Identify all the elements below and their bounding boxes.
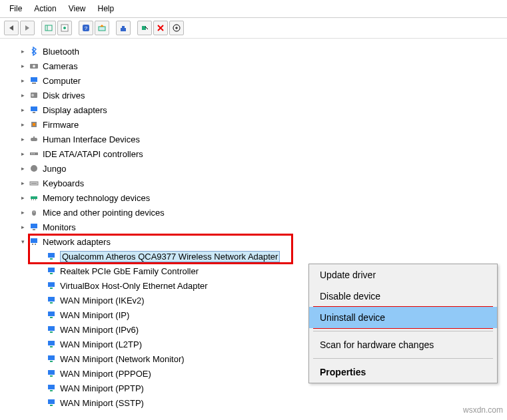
tree-item[interactable]: ▸Disk drives bbox=[0, 88, 504, 103]
svg-point-16 bbox=[31, 94, 34, 97]
adapter-icon bbox=[45, 309, 57, 321]
tree-item[interactable]: ▸Mice and other pointing devices bbox=[0, 205, 504, 220]
firmware-icon bbox=[28, 118, 40, 130]
tree-item[interactable]: ▸IDE ATA/ATAPI controllers bbox=[0, 146, 504, 161]
tree-item[interactable]: ▸Bluetooth bbox=[0, 44, 504, 59]
tree-item[interactable]: ▸Monitors bbox=[0, 220, 504, 234]
back-icon[interactable] bbox=[4, 21, 19, 35]
tree-item[interactable]: ▸Display adapters bbox=[0, 103, 504, 117]
forward-icon[interactable] bbox=[20, 21, 35, 35]
svg-rect-57 bbox=[48, 370, 55, 375]
help-icon[interactable]: ? bbox=[79, 21, 93, 35]
adapter-icon bbox=[45, 338, 57, 350]
adapter-icon bbox=[45, 323, 57, 335]
svg-rect-60 bbox=[50, 390, 53, 391]
svg-point-12 bbox=[33, 65, 35, 68]
tree-item[interactable]: ▸Firmware bbox=[0, 117, 504, 132]
svg-rect-50 bbox=[50, 317, 53, 318]
tree-item[interactable]: ▸Cameras bbox=[0, 59, 504, 73]
ctx-update-driver[interactable]: Update driver bbox=[309, 264, 497, 286]
ctx-properties[interactable]: Properties bbox=[309, 361, 497, 383]
svg-rect-59 bbox=[48, 385, 55, 389]
svg-rect-32 bbox=[33, 199, 34, 200]
svg-rect-53 bbox=[48, 341, 55, 345]
menubar: File Action View Help bbox=[0, 0, 507, 18]
svg-rect-33 bbox=[35, 199, 36, 200]
svg-rect-37 bbox=[33, 229, 35, 230]
enable-icon[interactable] bbox=[169, 21, 184, 35]
ctx-scan-hardware[interactable]: Scan for hardware changes bbox=[309, 334, 497, 355]
update-driver-icon[interactable] bbox=[116, 21, 131, 35]
tree-item-qualcomm[interactable]: Qualcomm Atheros QCA9377 Wireless Networ… bbox=[0, 249, 504, 264]
adapter-icon bbox=[45, 280, 57, 292]
ctx-separator bbox=[313, 358, 493, 359]
adapter-icon bbox=[45, 265, 57, 277]
svg-rect-26 bbox=[34, 153, 35, 154]
svg-rect-22 bbox=[33, 136, 35, 138]
disk-icon bbox=[28, 89, 40, 101]
properties-icon[interactable] bbox=[57, 21, 72, 35]
tree-item-network-adapters[interactable]: ▾Network adapters bbox=[0, 234, 504, 249]
network-icon bbox=[28, 236, 40, 248]
tree-item[interactable]: ▸Jungo bbox=[0, 161, 504, 176]
svg-rect-24 bbox=[31, 153, 32, 154]
svg-rect-41 bbox=[48, 253, 55, 258]
svg-rect-36 bbox=[31, 224, 37, 228]
svg-text:?: ? bbox=[85, 25, 88, 31]
adapter-icon bbox=[45, 250, 57, 262]
adapter-icon bbox=[45, 294, 57, 306]
menu-help[interactable]: Help bbox=[93, 3, 120, 15]
monitor-icon bbox=[28, 221, 40, 233]
svg-rect-54 bbox=[50, 346, 53, 347]
context-menu: Update driver Disable device Uninstall d… bbox=[308, 264, 498, 383]
svg-rect-43 bbox=[48, 268, 55, 272]
svg-rect-42 bbox=[50, 258, 53, 260]
menu-file[interactable]: File bbox=[4, 3, 27, 15]
svg-rect-31 bbox=[31, 199, 32, 200]
mouse-icon bbox=[28, 206, 40, 218]
memory-icon bbox=[28, 192, 40, 204]
svg-rect-61 bbox=[48, 399, 55, 404]
svg-rect-56 bbox=[50, 361, 53, 362]
svg-point-27 bbox=[31, 165, 37, 172]
ctx-uninstall-device[interactable]: Uninstall device bbox=[309, 307, 497, 328]
uninstall-icon[interactable] bbox=[153, 21, 168, 35]
show-hide-tree-icon[interactable] bbox=[41, 21, 56, 35]
tree-item[interactable]: WAN Miniport (SSTP) bbox=[0, 395, 504, 410]
ide-icon bbox=[28, 148, 40, 160]
tree-item[interactable]: ▸Computer bbox=[0, 73, 504, 88]
ctx-disable-device[interactable]: Disable device bbox=[309, 286, 497, 307]
ctx-separator bbox=[313, 331, 493, 331]
svg-rect-45 bbox=[48, 282, 55, 287]
menu-action[interactable]: Action bbox=[29, 3, 61, 15]
svg-rect-40 bbox=[35, 244, 36, 245]
svg-rect-51 bbox=[48, 326, 55, 331]
svg-rect-47 bbox=[48, 297, 55, 302]
svg-rect-13 bbox=[31, 77, 37, 82]
disable-icon[interactable] bbox=[137, 21, 152, 35]
keyboard-icon bbox=[28, 177, 40, 189]
adapter-icon bbox=[45, 397, 57, 409]
tree-item[interactable]: ▸Memory technology devices bbox=[0, 190, 504, 205]
svg-rect-20 bbox=[33, 123, 35, 126]
svg-point-3 bbox=[63, 27, 66, 29]
hid-icon bbox=[28, 133, 40, 145]
svg-rect-38 bbox=[31, 238, 37, 243]
svg-rect-21 bbox=[31, 138, 37, 141]
display-icon bbox=[28, 104, 40, 116]
svg-rect-25 bbox=[33, 153, 33, 154]
svg-rect-62 bbox=[50, 405, 53, 406]
svg-rect-30 bbox=[31, 196, 37, 199]
svg-rect-29 bbox=[31, 183, 37, 184]
svg-rect-48 bbox=[50, 302, 53, 304]
svg-rect-0 bbox=[45, 25, 52, 31]
tree-item[interactable]: ▸Human Interface Devices bbox=[0, 132, 504, 146]
svg-rect-44 bbox=[50, 273, 53, 274]
svg-rect-17 bbox=[31, 106, 37, 111]
jungo-icon bbox=[28, 162, 40, 174]
tree-item[interactable]: ▸Keyboards bbox=[0, 176, 504, 190]
svg-rect-55 bbox=[48, 355, 55, 360]
menu-view[interactable]: View bbox=[63, 3, 91, 15]
scan-hardware-icon[interactable] bbox=[95, 21, 109, 35]
svg-rect-6 bbox=[99, 27, 105, 31]
